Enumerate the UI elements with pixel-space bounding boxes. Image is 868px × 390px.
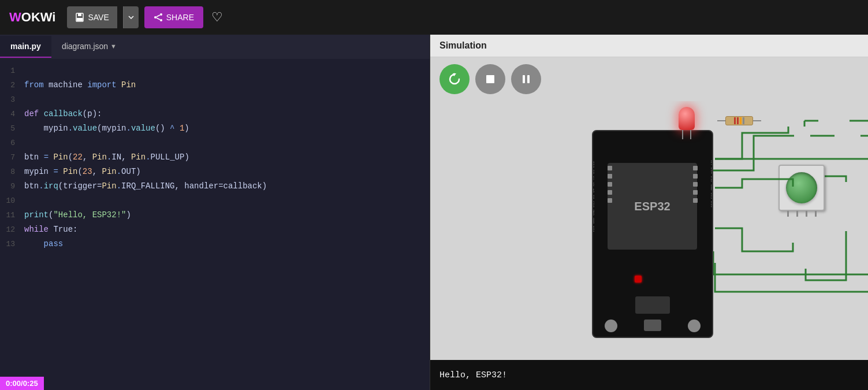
code-line-1: 1 xyxy=(0,64,430,78)
logo-rest: OKWi xyxy=(21,10,56,24)
svg-rect-9 xyxy=(486,75,494,83)
restart-icon xyxy=(448,73,461,86)
code-line-7: 7 btn = Pin(22, Pin.IN, Pin.PULL_UP) xyxy=(0,150,430,165)
svg-rect-2 xyxy=(77,18,83,21)
svg-point-5 xyxy=(160,19,162,21)
resistor-stripe-1 xyxy=(734,117,736,124)
simulation-title: Simulation xyxy=(439,40,487,50)
code-line-5: 5 mypin.value(mypin.value() ^ 1) xyxy=(0,121,430,136)
timer-value: 0:00/0:25 xyxy=(6,379,38,388)
button-pin-1 xyxy=(787,211,789,217)
board-button-right xyxy=(688,320,701,332)
board-ic xyxy=(635,296,670,314)
chevron-down-icon: ▼ xyxy=(110,43,117,50)
code-line-4: 4 def callback(p): xyxy=(0,107,430,121)
svg-rect-1 xyxy=(78,13,81,16)
led-leg-left xyxy=(682,130,683,139)
main-content: main.py diagram.json ▼ 1 2 from machine … xyxy=(0,35,868,390)
save-icon xyxy=(75,13,84,22)
share-button[interactable]: SHARE xyxy=(144,6,203,28)
serial-output: Hello, ESP32! xyxy=(439,370,507,380)
code-line-13: 13 pass xyxy=(0,237,430,251)
resistor-stripe-4 xyxy=(743,117,744,124)
led-legs xyxy=(679,130,695,139)
button-pin-2 xyxy=(796,211,798,217)
resistor-wire-l xyxy=(717,120,725,121)
svg-point-4 xyxy=(154,16,157,18)
button-pin-4 xyxy=(815,211,817,217)
svg-rect-10 xyxy=(523,75,525,83)
share-label: SHARE xyxy=(166,13,194,22)
resistor xyxy=(717,116,761,125)
code-line-11: 11 print("Hello, ESP32!") xyxy=(0,208,430,222)
svg-line-7 xyxy=(157,18,160,20)
pause-button[interactable] xyxy=(511,64,541,94)
restart-button[interactable] xyxy=(439,64,470,94)
pin-labels-right: 3V3 EN VP VN D34 D35 D32 D33 D25 D26 D27… xyxy=(701,160,712,322)
left-pin-row xyxy=(608,166,612,203)
esp32-chip-label: ESP32 xyxy=(634,200,670,213)
esp32-chip: ESP32 xyxy=(608,163,697,250)
code-line-10: 10 xyxy=(0,194,430,208)
tab-main-py[interactable]: main.py xyxy=(0,36,51,58)
external-led xyxy=(679,107,695,139)
save-label: SAVE xyxy=(88,13,109,22)
resistor-stripe-3 xyxy=(740,117,742,124)
button-pin-3 xyxy=(806,211,807,217)
stop-button[interactable] xyxy=(475,64,505,94)
stop-icon xyxy=(485,74,496,84)
code-line-3: 3 xyxy=(0,92,430,107)
serial-console: Hello, ESP32! xyxy=(430,360,868,390)
pin-labels-left: VIN GND GND D15 D2 D4 RX TX D5 D18 D19 D… xyxy=(593,160,605,322)
editor-panel: main.py diagram.json ▼ 1 2 from machine … xyxy=(0,35,430,390)
tab-diagram-json[interactable]: diagram.json ▼ xyxy=(51,36,127,58)
button-cap[interactable] xyxy=(786,172,817,203)
simulation-controls xyxy=(430,57,868,101)
chevron-down-icon xyxy=(128,14,134,20)
tab-bar: main.py diagram.json ▼ xyxy=(0,35,430,59)
header: WOKWi SAVE SHARE ♡ xyxy=(0,0,868,35)
resistor-body xyxy=(725,116,753,125)
led-leg-right xyxy=(690,130,691,139)
svg-line-6 xyxy=(157,15,160,17)
share-icon xyxy=(154,13,163,22)
resistor-stripe-2 xyxy=(737,117,739,124)
right-pin-row xyxy=(693,166,698,203)
led-body xyxy=(679,107,695,130)
esp32-board: ESP32 xyxy=(592,130,713,338)
save-dropdown-button[interactable] xyxy=(123,6,139,28)
code-line-9: 9 btn.irq(trigger=Pin.IRQ_FALLING, handl… xyxy=(0,179,430,194)
timer-display: 0:00/0:25 xyxy=(0,377,44,390)
board-led xyxy=(635,276,642,283)
push-button[interactable] xyxy=(778,165,825,217)
circuit-area: ESP32 xyxy=(430,101,868,360)
code-line-2: 2 from machine import Pin xyxy=(0,78,430,92)
button-housing xyxy=(778,165,825,211)
resistor-body-wrapper xyxy=(717,116,761,125)
resistor-wire-r xyxy=(753,120,761,121)
code-line-8: 8 mypin = Pin(23, Pin.OUT) xyxy=(0,165,430,179)
usb-connector xyxy=(644,320,661,331)
logo: WOKWi xyxy=(9,10,55,25)
simulation-header: Simulation xyxy=(430,35,868,57)
favorite-button[interactable]: ♡ xyxy=(211,10,223,25)
code-editor[interactable]: 1 2 from machine import Pin 3 4 def call… xyxy=(0,59,430,390)
logo-w: W xyxy=(9,10,21,24)
code-line-12: 12 while True: xyxy=(0,222,430,237)
code-line-6: 6 xyxy=(0,136,430,150)
simulation-panel: Simulation xyxy=(430,35,868,390)
svg-point-3 xyxy=(160,13,162,16)
button-pins xyxy=(778,211,825,217)
save-button[interactable]: SAVE xyxy=(67,6,117,28)
board-button-left xyxy=(605,320,617,332)
pause-icon xyxy=(521,74,531,84)
svg-rect-11 xyxy=(527,75,530,83)
